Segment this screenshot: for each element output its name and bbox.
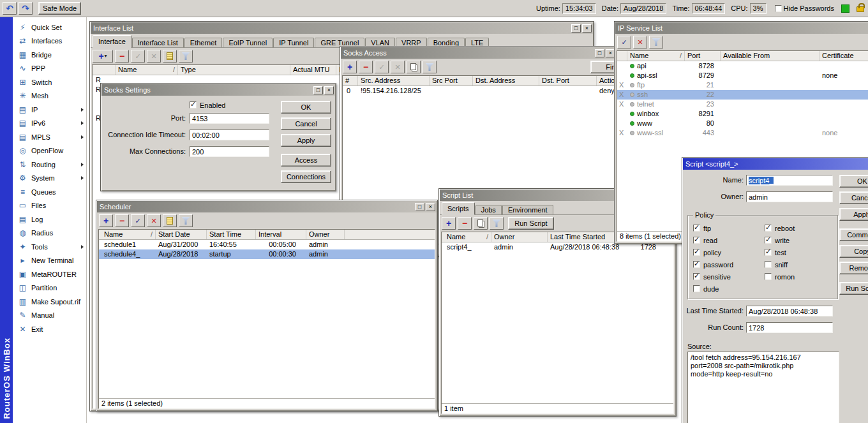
- copy-button[interactable]: [474, 217, 488, 230]
- max-connections-input[interactable]: 200: [190, 146, 269, 157]
- filter-button[interactable]: [490, 217, 504, 230]
- service-row[interactable]: www 80: [617, 119, 868, 128]
- disable-button[interactable]: ✕: [391, 61, 405, 73]
- service-row[interactable]: X telnet 23: [617, 100, 868, 109]
- column-header-dst-address[interactable]: Dst. Address: [473, 76, 539, 85]
- remove-button[interactable]: −: [458, 217, 472, 230]
- policy-checkbox[interactable]: sniff: [765, 258, 795, 271]
- add-button[interactable]: +: [99, 214, 113, 227]
- access-button[interactable]: Access: [281, 154, 331, 167]
- ok-button[interactable]: OK: [281, 101, 331, 114]
- policy-checkbox[interactable]: ftp: [693, 222, 733, 234]
- sidebar-item[interactable]: ⇄ Interfaces: [13, 34, 86, 48]
- sidebar-item[interactable]: ✦ Tools: [13, 240, 86, 254]
- tab[interactable]: Interface: [93, 35, 131, 48]
- sidebar-item[interactable]: ▦ Bridge: [13, 48, 86, 62]
- sidebar-item[interactable]: ▤ MPLS: [13, 130, 86, 144]
- disable-button[interactable]: ✕: [147, 50, 161, 63]
- hide-passwords-checkbox[interactable]: [775, 5, 782, 12]
- service-row[interactable]: api-ssl 8729 none: [617, 71, 868, 80]
- sidebar-item[interactable]: ▸ New Terminal: [13, 254, 86, 268]
- remove-button[interactable]: −: [115, 50, 129, 63]
- column-header-flags[interactable]: [617, 51, 627, 61]
- copy-button[interactable]: Copy: [839, 245, 868, 258]
- sidebar-item[interactable]: ✕ Exit: [13, 322, 86, 336]
- column-header-start-date[interactable]: Start Date: [156, 230, 207, 239]
- port-input[interactable]: 4153: [190, 113, 269, 124]
- column-header-port[interactable]: Port: [685, 51, 721, 61]
- remove-button[interactable]: −: [115, 214, 129, 227]
- column-header-owner[interactable]: Owner: [491, 232, 548, 242]
- sidebar-item[interactable]: ⚙ System: [13, 172, 86, 186]
- column-header-flags[interactable]: [93, 65, 116, 75]
- undo-button[interactable]: ↶: [3, 2, 17, 15]
- schedule-row[interactable]: schedule4_ Aug/28/2018 startup 00:00:30 …: [99, 249, 435, 259]
- cancel-button[interactable]: Cancel: [839, 191, 868, 204]
- tab[interactable]: IP Tunnel: [273, 38, 314, 48]
- add-button[interactable]: +▾: [93, 50, 113, 63]
- cancel-button[interactable]: Cancel: [281, 117, 331, 130]
- column-header-available-from[interactable]: Available From: [721, 51, 819, 61]
- window-titlebar[interactable]: Script <script4_> ×: [683, 158, 868, 170]
- column-header-name[interactable]: Name/: [627, 51, 685, 61]
- run-script-button[interactable]: Run Script: [839, 282, 868, 295]
- column-header-certificate[interactable]: Certificate: [819, 51, 868, 61]
- sidebar-item[interactable]: ≡ Queues: [13, 185, 86, 199]
- sidebar-item[interactable]: ⊞ Switch: [13, 75, 86, 89]
- filter-button[interactable]: [423, 61, 437, 73]
- service-row[interactable]: winbox 8291: [617, 109, 868, 119]
- filter-button[interactable]: [649, 36, 663, 48]
- column-header-type[interactable]: Type: [178, 65, 290, 75]
- column-header-src-address[interactable]: Src. Address: [358, 76, 430, 85]
- copy-button[interactable]: [407, 61, 421, 73]
- window-titlebar[interactable]: Socks Settings □ ×: [101, 84, 335, 96]
- column-header-name[interactable]: Name/: [442, 232, 491, 242]
- close-button[interactable]: ×: [426, 203, 435, 211]
- column-header-interval[interactable]: Interval: [256, 230, 306, 239]
- close-button[interactable]: ×: [582, 24, 592, 33]
- ok-button[interactable]: OK: [839, 175, 868, 188]
- sidebar-item[interactable]: ⚡ Quick Set: [13, 20, 86, 34]
- policy-checkbox[interactable]: dude: [693, 283, 733, 295]
- tab[interactable]: Environment: [502, 205, 553, 215]
- policy-checkbox[interactable]: read: [693, 234, 733, 246]
- policy-checkbox[interactable]: policy: [693, 246, 733, 258]
- comment-button[interactable]: [163, 50, 177, 63]
- filter-button[interactable]: [179, 50, 193, 63]
- redo-button[interactable]: ↷: [19, 2, 33, 15]
- comment-button[interactable]: Comment: [839, 228, 868, 241]
- policy-checkbox[interactable]: password: [693, 258, 733, 271]
- column-header-src-port[interactable]: Src Port: [430, 76, 473, 85]
- safe-mode-button[interactable]: Safe Mode: [38, 2, 81, 15]
- maximize-button[interactable]: □: [415, 203, 424, 211]
- owner-input[interactable]: admin: [746, 191, 833, 202]
- remove-button[interactable]: Remove: [839, 262, 868, 274]
- sidebar-item[interactable]: ▥ Make Supout.rif: [13, 295, 86, 309]
- window-titlebar[interactable]: Socks Access □ ×: [341, 47, 617, 59]
- column-header-name[interactable]: Name/: [99, 230, 156, 239]
- tab[interactable]: Scripts: [442, 202, 475, 215]
- disable-button[interactable]: ✕: [633, 36, 647, 48]
- tab[interactable]: EoIP Tunnel: [223, 38, 273, 48]
- maximize-button[interactable]: □: [313, 86, 323, 94]
- column-header-owner[interactable]: Owner: [306, 230, 345, 239]
- window-titlebar[interactable]: Interface List □ ×: [91, 22, 593, 34]
- service-row[interactable]: X ftp 21: [617, 80, 868, 90]
- apply-button[interactable]: Apply: [839, 208, 868, 221]
- column-header-start-time[interactable]: Start Time: [207, 230, 256, 239]
- idle-timeout-input[interactable]: 00:02:00: [190, 130, 269, 140]
- service-row[interactable]: X www-ssl 443 none: [617, 128, 868, 138]
- sidebar-item[interactable]: ◍ Radius: [13, 226, 86, 241]
- maximize-button[interactable]: □: [571, 24, 581, 33]
- sidebar-item[interactable]: ▤ IPv6: [13, 117, 86, 131]
- comment-button[interactable]: [163, 214, 177, 227]
- sidebar-item[interactable]: ▤ IP: [13, 103, 86, 117]
- service-row[interactable]: X ssh 22: [617, 90, 868, 100]
- policy-checkbox[interactable]: sensitive: [693, 271, 733, 283]
- filter-button[interactable]: [179, 214, 193, 227]
- policy-checkbox[interactable]: write: [765, 234, 795, 246]
- disable-button[interactable]: ✕: [147, 214, 161, 227]
- column-header-actual-mtu[interactable]: Actual MTU: [290, 65, 336, 75]
- service-row[interactable]: api 8728: [617, 61, 868, 71]
- tab[interactable]: Ethernet: [184, 38, 223, 48]
